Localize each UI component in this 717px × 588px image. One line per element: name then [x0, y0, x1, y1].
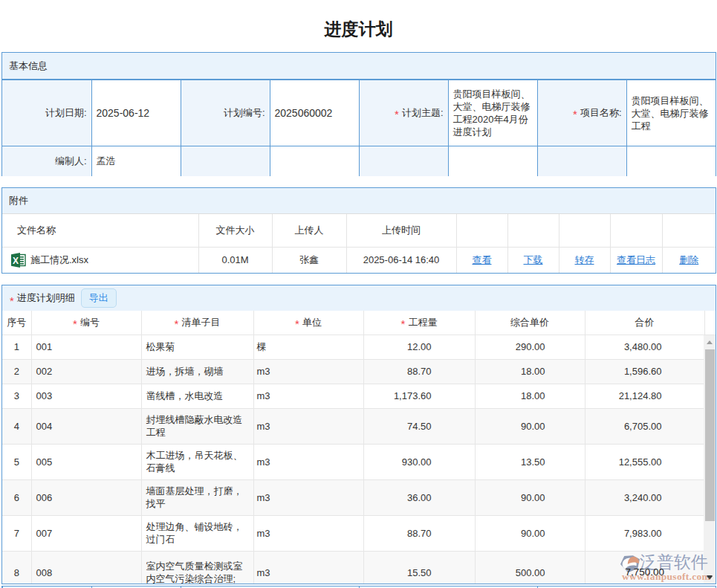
svg-text:X: X [13, 255, 19, 265]
